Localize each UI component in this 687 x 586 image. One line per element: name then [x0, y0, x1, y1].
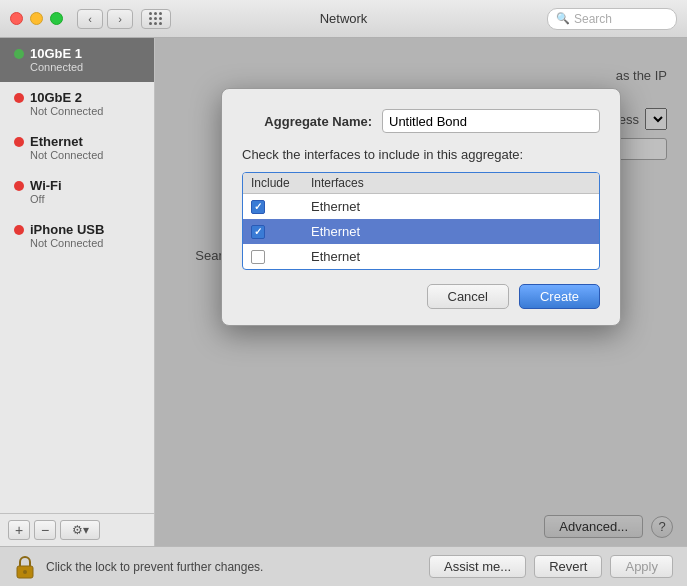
forward-button[interactable]: › [107, 9, 133, 29]
window-title: Network [320, 11, 368, 26]
iface-2: Ethernet [311, 249, 591, 264]
sidebar-item-iphoneusb[interactable]: iPhone USB Not Connected [0, 214, 154, 258]
maximize-button[interactable] [50, 12, 63, 25]
grid-icon [149, 12, 163, 26]
apply-button[interactable]: Apply [610, 555, 673, 578]
status-dot-iphoneusb [14, 225, 24, 235]
back-button[interactable]: ‹ [77, 9, 103, 29]
dialog-subtitle: Check the interfaces to include in this … [242, 147, 600, 162]
sidebar-item-status-ethernet: Not Connected [30, 149, 144, 161]
sidebar-item-10gbe2[interactable]: 10GbE 2 Not Connected [0, 82, 154, 126]
table-row[interactable]: Ethernet [243, 194, 599, 219]
table-row[interactable]: Ethernet [243, 219, 599, 244]
dialog-overlay: Aggregate Name: Check the interfaces to … [155, 38, 687, 546]
nav-buttons: ‹ › [77, 9, 133, 29]
create-bond-dialog: Aggregate Name: Check the interfaces to … [221, 88, 621, 326]
bottom-buttons: Assist me... Revert Apply [429, 555, 673, 578]
sidebar-item-status-iphoneusb: Not Connected [30, 237, 144, 249]
bottom-bar: Click the lock to prevent further change… [0, 546, 687, 586]
col-interfaces-header: Interfaces [311, 176, 591, 190]
checkbox-cell-1 [251, 225, 311, 239]
interfaces-table: Include Interfaces Ethernet [242, 172, 600, 270]
revert-button[interactable]: Revert [534, 555, 602, 578]
table-header: Include Interfaces [243, 173, 599, 194]
sidebar-item-ethernet[interactable]: Ethernet Not Connected [0, 126, 154, 170]
sidebar-item-name-10gbe1: 10GbE 1 [30, 46, 82, 61]
sidebar-item-name-ethernet: Ethernet [30, 134, 83, 149]
checkbox-cell-2 [251, 250, 311, 264]
remove-interface-button[interactable]: − [34, 520, 56, 540]
status-dot-ethernet [14, 137, 24, 147]
iface-0: Ethernet [311, 199, 591, 214]
content-area: as the IP ddress Router: 10.10.0.1 DNS S… [155, 38, 687, 546]
main-layout: 10GbE 1 Connected 10GbE 2 Not Connected … [0, 38, 687, 546]
grid-button[interactable] [141, 9, 171, 29]
minimize-button[interactable] [30, 12, 43, 25]
create-button[interactable]: Create [519, 284, 600, 309]
search-placeholder: Search [574, 12, 612, 26]
sidebar-item-10gbe1[interactable]: 10GbE 1 Connected [0, 38, 154, 82]
table-row[interactable]: Ethernet [243, 244, 599, 269]
traffic-lights [10, 12, 63, 25]
checkbox-cell-0 [251, 200, 311, 214]
aggregate-name-row: Aggregate Name: [242, 109, 600, 133]
sidebar-item-name-iphoneusb: iPhone USB [30, 222, 104, 237]
sidebar-item-name-10gbe2: 10GbE 2 [30, 90, 82, 105]
close-button[interactable] [10, 12, 23, 25]
sidebar-toolbar: + − ⚙▾ [0, 513, 154, 546]
checkbox-2[interactable] [251, 250, 265, 264]
lock-text: Click the lock to prevent further change… [46, 560, 419, 574]
lock-icon[interactable] [14, 554, 36, 580]
status-dot-wifi [14, 181, 24, 191]
status-dot-10gbe2 [14, 93, 24, 103]
aggregate-name-label: Aggregate Name: [242, 114, 372, 129]
lock-icon-wrap [14, 554, 36, 580]
cancel-button[interactable]: Cancel [427, 284, 509, 309]
search-icon: 🔍 [556, 12, 570, 25]
sidebar-item-name-wifi: Wi-Fi [30, 178, 62, 193]
col-include-header: Include [251, 176, 311, 190]
iface-1: Ethernet [311, 224, 591, 239]
sidebar-item-status-10gbe1: Connected [30, 61, 144, 73]
aggregate-name-input[interactable] [382, 109, 600, 133]
gear-menu-button[interactable]: ⚙▾ [60, 520, 100, 540]
checkbox-1[interactable] [251, 225, 265, 239]
sidebar-item-status-wifi: Off [30, 193, 144, 205]
checkbox-0[interactable] [251, 200, 265, 214]
svg-point-1 [23, 570, 27, 574]
titlebar: ‹ › Network 🔍 Search [0, 0, 687, 38]
sidebar-item-wifi[interactable]: Wi-Fi Off [0, 170, 154, 214]
assist-me-button[interactable]: Assist me... [429, 555, 526, 578]
status-dot-10gbe1 [14, 49, 24, 59]
sidebar: 10GbE 1 Connected 10GbE 2 Not Connected … [0, 38, 155, 546]
search-box[interactable]: 🔍 Search [547, 8, 677, 30]
add-interface-button[interactable]: + [8, 520, 30, 540]
dialog-buttons: Cancel Create [242, 284, 600, 309]
sidebar-item-status-10gbe2: Not Connected [30, 105, 144, 117]
